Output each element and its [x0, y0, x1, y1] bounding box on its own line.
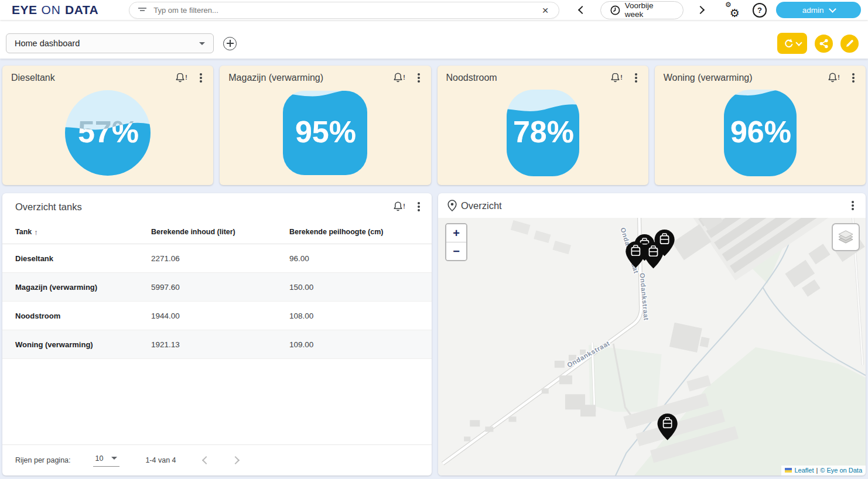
- time-range-selector[interactable]: Voorbije week: [600, 1, 684, 19]
- share-button[interactable]: [815, 35, 833, 53]
- sort-ascending-icon[interactable]: ↑: [34, 228, 38, 237]
- map-panel: Overzicht: [438, 193, 866, 475]
- svg-text:95%: 95%: [295, 115, 356, 149]
- ukraine-flag-icon: [785, 468, 792, 473]
- layers-icon: [838, 229, 854, 245]
- refresh-button[interactable]: [777, 33, 807, 54]
- copyright-link[interactable]: © Eye on Data: [820, 467, 862, 474]
- gauge-cards-row: Dieseltank ! 57%57% Magazijn (verwarming…: [0, 59, 868, 185]
- logo-part-on: ON: [42, 3, 61, 17]
- alarm-bell-icon[interactable]: !: [392, 201, 406, 213]
- table-panel-title: Overzicht tanks: [15, 201, 82, 213]
- card-title: Woning (verwarming): [664, 73, 827, 83]
- map-attribution: Leaflet | © Eye on Data: [781, 466, 866, 475]
- attribution-divider: |: [816, 467, 818, 474]
- logo-part-data: DATA: [65, 3, 98, 17]
- svg-text:!: !: [403, 74, 405, 81]
- liquid-gauge-magazijn: 95%95%: [281, 89, 369, 177]
- settings-gears-icon[interactable]: [725, 2, 740, 18]
- kebab-menu-icon[interactable]: [852, 204, 854, 207]
- caret-down-icon: [199, 42, 205, 45]
- svg-text:!: !: [185, 74, 187, 81]
- liquid-gauge-woning: 96%96%: [716, 89, 804, 177]
- svg-text:!: !: [403, 203, 405, 210]
- dashboard-select[interactable]: Home dashboard: [6, 33, 214, 53]
- card-title: Dieseltank: [11, 73, 175, 83]
- kebab-menu-icon[interactable]: [200, 77, 202, 79]
- help-icon[interactable]: [753, 3, 767, 18]
- kebab-menu-icon[interactable]: [635, 77, 637, 79]
- column-header-peilhoogte[interactable]: Berekende peilhoogte (cm): [289, 228, 432, 236]
- time-prev-button[interactable]: [579, 7, 585, 13]
- kebab-menu-icon[interactable]: [852, 77, 855, 79]
- liquid-gauge-noodstroom: 78%78%: [499, 89, 587, 177]
- toolbar-actions: [777, 33, 859, 54]
- gauge-card-dieseltank: Dieseltank ! 57%57%: [2, 66, 213, 185]
- leaflet-map[interactable]: Ondankstraat Ondankstraat Ondankstraat: [438, 218, 866, 475]
- clock-icon: [610, 5, 620, 15]
- table-row[interactable]: Woning (verwarming) 1921.13 109.00: [2, 330, 432, 359]
- card-title: Magazijn (verwarming): [228, 73, 392, 83]
- card-title: Noodstroom: [446, 73, 610, 83]
- dashboard-toolbar: Home dashboard: [0, 20, 868, 59]
- rows-per-page-label: Rijen per pagina:: [15, 456, 71, 464]
- zoom-in-button[interactable]: +: [446, 224, 466, 242]
- tanks-table-panel: Overzicht tanks ! Tank ↑ Berekende inhou…: [2, 193, 432, 475]
- table-row[interactable]: Dieseltank 2271.06 96.00: [2, 244, 432, 273]
- table-row[interactable]: Noodstroom 1944.00 108.00: [2, 302, 432, 330]
- svg-text:!: !: [620, 74, 623, 81]
- pencil-icon: [845, 39, 855, 48]
- filter-icon: [138, 6, 147, 14]
- table-header-row: Tank ↑ Berekende inhoud (liter) Berekend…: [2, 220, 432, 244]
- next-page-button[interactable]: [233, 457, 238, 463]
- alarm-bell-icon[interactable]: !: [175, 72, 188, 84]
- clear-search-icon[interactable]: [540, 5, 551, 15]
- pagination-range: 1-4 van 4: [145, 456, 176, 464]
- top-bar: EYE ON DATA Voorbije week admin: [0, 0, 868, 20]
- edit-button[interactable]: [840, 35, 859, 53]
- chevron-down-icon: [829, 5, 836, 13]
- lower-panels-row: Overzicht tanks ! Tank ↑ Berekende inhou…: [0, 185, 868, 475]
- location-pin-icon: [447, 200, 457, 211]
- logo-part-eye: EYE: [12, 3, 37, 17]
- column-header-inhoud[interactable]: Berekende inhoud (liter): [151, 228, 289, 236]
- time-range-label: Voorbije week: [625, 1, 674, 19]
- alarm-bell-icon[interactable]: !: [827, 72, 840, 84]
- liquid-gauge-dieseltank: 57%57%: [64, 89, 152, 177]
- svg-text:96%: 96%: [730, 115, 791, 149]
- gauge-card-woning: Woning (verwarming) ! 96%96%: [655, 66, 866, 185]
- add-dashboard-button[interactable]: [223, 37, 237, 50]
- global-search[interactable]: [129, 2, 559, 19]
- gauge-card-noodstroom: Noodstroom ! 78%78%: [438, 66, 648, 185]
- svg-text:!: !: [838, 74, 840, 81]
- map-canvas[interactable]: Ondankstraat Ondankstraat Ondankstraat +…: [438, 218, 866, 475]
- refresh-icon: [783, 38, 794, 49]
- caret-down-icon: [111, 457, 117, 460]
- table-row[interactable]: Magazijn (verwarming) 5997.60 150.00: [2, 273, 432, 302]
- table-pagination: Rijen per pagina: 10 1-4 van 4: [2, 444, 432, 475]
- gauge-card-magazijn: Magazijn (verwarming) ! 95%95%: [220, 66, 430, 185]
- rows-per-page-select[interactable]: 10: [93, 454, 120, 467]
- search-input[interactable]: [152, 5, 540, 15]
- map-layers-button[interactable]: [832, 223, 860, 251]
- previous-page-button[interactable]: [203, 457, 209, 463]
- app-logo: EYE ON DATA: [12, 3, 98, 17]
- user-menu-button[interactable]: admin: [776, 2, 861, 18]
- alarm-bell-icon[interactable]: !: [610, 72, 623, 84]
- zoom-out-button[interactable]: −: [446, 242, 466, 260]
- refresh-options-chevron-icon: [795, 39, 802, 46]
- svg-text:78%: 78%: [513, 115, 574, 149]
- alarm-bell-icon[interactable]: !: [392, 72, 406, 84]
- map-panel-title: Overzicht: [461, 200, 502, 211]
- map-zoom-control: + −: [445, 223, 467, 261]
- kebab-menu-icon[interactable]: [418, 77, 420, 79]
- user-name: admin: [802, 6, 824, 15]
- column-header-tank[interactable]: Tank ↑: [15, 228, 151, 237]
- share-icon: [819, 39, 829, 49]
- leaflet-link[interactable]: Leaflet: [794, 467, 814, 474]
- kebab-menu-icon[interactable]: [418, 206, 420, 208]
- time-next-button[interactable]: [698, 7, 703, 13]
- dashboard-select-value: Home dashboard: [15, 39, 199, 48]
